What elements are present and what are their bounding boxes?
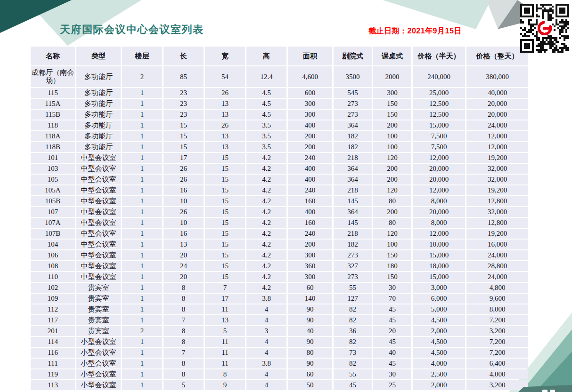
table-cell: 2 [122,66,162,87]
table-cell: 15 [205,272,245,282]
table-cell: 中型会议室 [76,218,121,228]
table-cell: 4.2 [246,218,286,228]
table-cell: 273 [334,272,372,282]
column-header: 课桌式 [373,47,411,65]
table-cell: 4.2 [246,164,286,174]
table-cell: 150 [373,272,411,282]
table-cell: 545 [334,88,372,98]
table-cell: 4 [246,315,286,325]
table-cell: 273 [334,250,372,260]
table-cell: 20,000 [413,175,465,184]
table-cell: 118B [31,142,75,152]
table-cell: 4.2 [246,283,286,293]
table-cell: 9 [205,380,245,390]
table-cell: 45 [334,380,372,390]
table-cell: 145 [334,218,372,228]
table-cell: 1 [122,315,162,325]
table-cell: 400 [288,207,332,217]
table-cell: 7 [163,315,204,325]
table-cell: 240 [288,229,332,239]
table-cell: 1 [122,88,162,98]
table-cell: 12,800 [466,218,528,228]
table-cell: 600 [288,88,332,98]
table-cell: 400 [288,120,332,130]
table-cell: 15,000 [413,272,465,282]
table-cell: 7,500 [413,142,465,152]
table-row: 117贵宾室171349082454,5007,200 [31,315,528,325]
table-cell: 60 [288,369,332,379]
table-row: 109贵宾室18173.8140127706,0009,600 [31,294,528,304]
table-cell: 5 [205,326,245,336]
table-row: 115A多功能厅123134.530027315012,50020,000 [31,99,528,109]
table-cell: 114 [31,337,75,347]
table-cell: 112 [31,304,75,314]
table-cell: 115 [31,88,75,98]
table-cell: 15 [205,218,245,228]
table-cell: 45 [373,315,411,325]
table-cell: 11 [205,337,245,347]
table-cell: 80 [288,348,332,358]
table-cell: 多功能厅 [76,131,121,141]
column-header: 剧院式 [334,47,372,65]
table-cell: 3.8 [246,294,286,304]
table-cell: 116 [31,348,75,358]
table-row: 114小型会议室181149082454,5007,200 [31,337,528,347]
table-cell: 8 [163,369,204,379]
table-cell: 8 [163,304,204,314]
table-cell: 8 [163,283,204,293]
table-cell: 90 [288,304,332,314]
table-cell: 360 [288,261,332,271]
table-cell: 90 [288,337,332,347]
table-cell: 中型会议室 [76,153,121,163]
table-cell: 中型会议室 [76,164,121,174]
table-row: 118A多功能厅115133.52001821007,50012,000 [31,131,528,141]
table-cell: 118 [31,120,75,130]
table-cell: 12,000 [466,142,528,152]
table-cell: 3.8 [246,359,286,368]
table-row: 116小型会议室171148073404,5007,200 [31,348,528,358]
table-cell: 100 [373,240,411,249]
table-cell: 1 [122,250,162,260]
table-cell: 7 [163,348,204,358]
table-cell: 中型会议室 [76,175,121,184]
table-cell: 多功能厅 [76,99,121,109]
table-cell: 多功能厅 [76,110,121,120]
table-cell: 12.4 [246,66,286,87]
table-cell: 8,000 [413,196,465,206]
table-cell: 19,200 [466,153,528,163]
table-cell: 105A [31,185,75,195]
table-cell: 8 [205,369,245,379]
table-cell: 15 [163,142,204,152]
table-cell: 45 [373,304,411,314]
table-cell: 11 [205,359,245,368]
table-cell: 15 [205,175,245,184]
table-row: 201贵宾室28534036202,0003,200 [31,326,528,336]
table-cell: 26 [163,164,204,174]
table-cell: 15 [205,240,245,249]
table-cell: 20 [163,250,204,260]
table-cell: 20,000 [413,207,465,217]
table-cell: 300 [288,99,332,109]
table-cell: 1 [122,294,162,304]
table-cell: 105 [31,175,75,184]
table-cell: 218 [334,153,372,163]
table-cell: 55 [334,369,372,379]
table-cell: 25 [373,380,411,390]
table-cell: 400 [288,164,332,174]
table-cell: 12,000 [413,153,465,163]
table-cell: 中型会议室 [76,250,121,260]
table-cell: 1 [122,283,162,293]
table-cell: 1 [122,99,162,109]
table-cell: 240,000 [413,66,465,87]
table-cell: 贵宾室 [76,304,121,314]
table-cell: 11 [205,304,245,314]
table-cell: 150 [373,99,411,109]
table-cell: 200 [288,131,332,141]
table-cell: 4.5 [246,99,286,109]
table-cell: 3 [246,326,286,336]
table-cell: 4,500 [413,348,465,358]
table-cell: 小型会议室 [76,359,121,368]
table-cell: 120 [373,185,411,195]
table-cell: 贵宾室 [76,326,121,336]
table-cell: 1 [122,120,162,130]
